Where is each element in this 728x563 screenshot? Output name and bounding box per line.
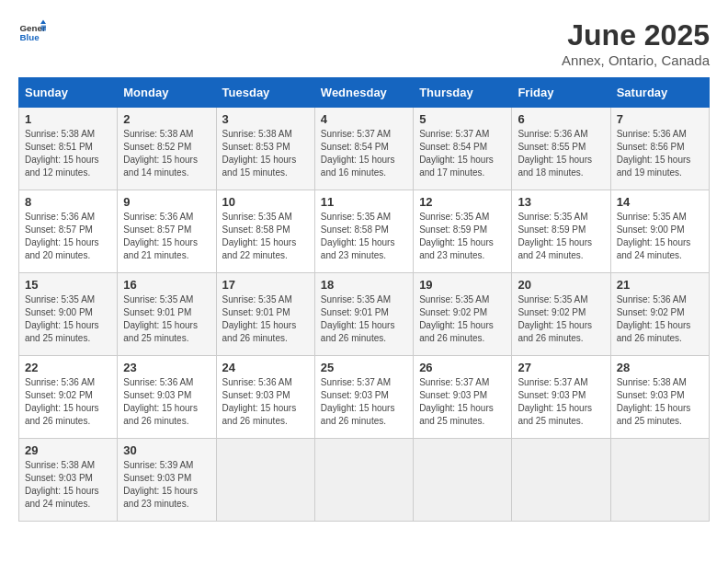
cell-info: Sunrise: 5:35 AMSunset: 9:01 PMDaylight:… xyxy=(321,293,407,345)
cell-info: Sunrise: 5:36 AMSunset: 8:56 PMDaylight:… xyxy=(617,128,703,179)
cell-info: Sunrise: 5:35 AMSunset: 9:02 PMDaylight:… xyxy=(518,293,604,345)
day-number: 14 xyxy=(617,195,703,209)
cell-5-7 xyxy=(610,439,709,522)
cell-2-4: 11 Sunrise: 5:35 AMSunset: 8:58 PMDaylig… xyxy=(314,190,413,273)
day-number: 19 xyxy=(419,278,506,292)
cell-info: Sunrise: 5:38 AMSunset: 8:52 PMDaylight:… xyxy=(123,128,210,179)
day-number: 26 xyxy=(419,361,506,374)
cell-info: Sunrise: 5:37 AMSunset: 9:03 PMDaylight:… xyxy=(321,376,407,428)
cell-3-4: 18 Sunrise: 5:35 AMSunset: 9:01 PMDaylig… xyxy=(314,273,413,356)
cell-2-2: 9 Sunrise: 5:36 AMSunset: 8:57 PMDayligh… xyxy=(118,190,216,273)
cell-3-2: 16 Sunrise: 5:35 AMSunset: 9:01 PMDaylig… xyxy=(118,273,216,356)
cell-1-6: 6 Sunrise: 5:36 AMSunset: 8:55 PMDayligh… xyxy=(512,108,610,190)
cell-5-3 xyxy=(216,439,314,522)
title-block: June 2025 Annex, Ontario, Canada xyxy=(562,18,710,68)
day-number: 1 xyxy=(25,112,111,126)
header-tuesday: Tuesday xyxy=(216,78,314,108)
day-number: 9 xyxy=(123,195,210,209)
header-saturday: Saturday xyxy=(610,78,709,108)
day-number: 7 xyxy=(617,112,703,126)
cell-2-7: 14 Sunrise: 5:35 AMSunset: 9:00 PMDaylig… xyxy=(610,190,709,273)
cell-info: Sunrise: 5:39 AMSunset: 9:03 PMDaylight:… xyxy=(123,459,210,511)
day-number: 16 xyxy=(123,278,210,292)
day-number: 27 xyxy=(518,361,604,374)
day-number: 8 xyxy=(25,195,111,209)
day-number: 20 xyxy=(518,278,604,292)
cell-5-6 xyxy=(512,439,610,522)
cell-info: Sunrise: 5:35 AMSunset: 9:01 PMDaylight:… xyxy=(123,293,210,345)
day-number: 5 xyxy=(419,112,506,126)
day-number: 17 xyxy=(222,278,309,292)
cell-4-5: 26 Sunrise: 5:37 AMSunset: 9:03 PMDaylig… xyxy=(414,356,512,439)
cell-info: Sunrise: 5:37 AMSunset: 8:54 PMDaylight:… xyxy=(321,128,407,179)
cell-3-7: 21 Sunrise: 5:36 AMSunset: 9:02 PMDaylig… xyxy=(610,273,709,356)
cell-2-6: 13 Sunrise: 5:35 AMSunset: 8:59 PMDaylig… xyxy=(512,190,610,273)
day-number: 29 xyxy=(25,443,111,457)
cell-1-2: 2 Sunrise: 5:38 AMSunset: 8:52 PMDayligh… xyxy=(118,108,216,190)
logo: General Blue xyxy=(18,18,46,46)
day-number: 3 xyxy=(222,112,309,126)
svg-marker-3 xyxy=(41,26,46,31)
day-number: 30 xyxy=(123,443,210,457)
week-row-3: 15 Sunrise: 5:35 AMSunset: 9:00 PMDaylig… xyxy=(19,273,710,356)
cell-5-2: 30 Sunrise: 5:39 AMSunset: 9:03 PMDaylig… xyxy=(118,439,216,522)
week-row-4: 22 Sunrise: 5:36 AMSunset: 9:02 PMDaylig… xyxy=(19,356,710,439)
cell-2-1: 8 Sunrise: 5:36 AMSunset: 8:57 PMDayligh… xyxy=(19,190,118,273)
header-row: Sunday Monday Tuesday Wednesday Thursday… xyxy=(19,78,710,108)
day-number: 11 xyxy=(321,195,407,209)
cell-info: Sunrise: 5:37 AMSunset: 9:03 PMDaylight:… xyxy=(419,376,506,428)
day-number: 18 xyxy=(321,278,407,292)
cell-3-1: 15 Sunrise: 5:35 AMSunset: 9:00 PMDaylig… xyxy=(19,273,118,356)
cell-3-3: 17 Sunrise: 5:35 AMSunset: 9:01 PMDaylig… xyxy=(216,273,314,356)
cell-info: Sunrise: 5:36 AMSunset: 9:03 PMDaylight:… xyxy=(222,376,309,428)
cell-info: Sunrise: 5:35 AMSunset: 8:58 PMDaylight:… xyxy=(222,211,309,262)
cell-info: Sunrise: 5:35 AMSunset: 9:00 PMDaylight:… xyxy=(25,293,111,345)
header-wednesday: Wednesday xyxy=(314,78,413,108)
cell-info: Sunrise: 5:36 AMSunset: 9:03 PMDaylight:… xyxy=(123,376,210,428)
week-row-5: 29 Sunrise: 5:38 AMSunset: 9:03 PMDaylig… xyxy=(19,439,710,522)
cell-info: Sunrise: 5:36 AMSunset: 9:02 PMDaylight:… xyxy=(617,293,703,345)
day-number: 6 xyxy=(518,112,604,126)
cell-info: Sunrise: 5:36 AMSunset: 8:55 PMDaylight:… xyxy=(518,128,604,179)
cell-info: Sunrise: 5:37 AMSunset: 9:03 PMDaylight:… xyxy=(518,376,604,428)
logo-icon: General Blue xyxy=(18,18,46,46)
cell-5-1: 29 Sunrise: 5:38 AMSunset: 9:03 PMDaylig… xyxy=(19,439,118,522)
cell-1-5: 5 Sunrise: 5:37 AMSunset: 8:54 PMDayligh… xyxy=(414,108,512,190)
svg-text:Blue: Blue xyxy=(20,32,40,42)
cell-2-5: 12 Sunrise: 5:35 AMSunset: 8:59 PMDaylig… xyxy=(414,190,512,273)
day-number: 24 xyxy=(222,361,309,374)
cell-4-4: 25 Sunrise: 5:37 AMSunset: 9:03 PMDaylig… xyxy=(314,356,413,439)
cell-4-2: 23 Sunrise: 5:36 AMSunset: 9:03 PMDaylig… xyxy=(118,356,216,439)
cell-info: Sunrise: 5:36 AMSunset: 9:02 PMDaylight:… xyxy=(25,376,111,428)
cell-1-3: 3 Sunrise: 5:38 AMSunset: 8:53 PMDayligh… xyxy=(216,108,314,190)
cell-info: Sunrise: 5:35 AMSunset: 9:01 PMDaylight:… xyxy=(222,293,309,345)
cell-info: Sunrise: 5:38 AMSunset: 9:03 PMDaylight:… xyxy=(617,376,703,428)
day-number: 10 xyxy=(222,195,309,209)
cell-1-4: 4 Sunrise: 5:37 AMSunset: 8:54 PMDayligh… xyxy=(314,108,413,190)
svg-marker-2 xyxy=(40,20,46,25)
cell-info: Sunrise: 5:38 AMSunset: 8:53 PMDaylight:… xyxy=(222,128,309,179)
week-row-1: 1 Sunrise: 5:38 AMSunset: 8:51 PMDayligh… xyxy=(19,108,710,190)
calendar-table: Sunday Monday Tuesday Wednesday Thursday… xyxy=(18,77,710,522)
cell-info: Sunrise: 5:38 AMSunset: 9:03 PMDaylight:… xyxy=(25,459,111,511)
cell-3-6: 20 Sunrise: 5:35 AMSunset: 9:02 PMDaylig… xyxy=(512,273,610,356)
cell-1-1: 1 Sunrise: 5:38 AMSunset: 8:51 PMDayligh… xyxy=(19,108,118,190)
day-number: 22 xyxy=(25,361,111,374)
cell-4-3: 24 Sunrise: 5:36 AMSunset: 9:03 PMDaylig… xyxy=(216,356,314,439)
cell-info: Sunrise: 5:35 AMSunset: 8:59 PMDaylight:… xyxy=(419,211,506,262)
page-subtitle: Annex, Ontario, Canada xyxy=(562,52,710,68)
header-monday: Monday xyxy=(118,78,216,108)
cell-4-6: 27 Sunrise: 5:37 AMSunset: 9:03 PMDaylig… xyxy=(512,356,610,439)
cell-info: Sunrise: 5:36 AMSunset: 8:57 PMDaylight:… xyxy=(123,211,210,262)
cell-3-5: 19 Sunrise: 5:35 AMSunset: 9:02 PMDaylig… xyxy=(414,273,512,356)
day-number: 4 xyxy=(321,112,407,126)
day-number: 25 xyxy=(321,361,407,374)
page-header: General Blue June 2025 Annex, Ontario, C… xyxy=(18,18,710,68)
day-number: 15 xyxy=(25,278,111,292)
cell-4-1: 22 Sunrise: 5:36 AMSunset: 9:02 PMDaylig… xyxy=(19,356,118,439)
day-number: 21 xyxy=(617,278,703,292)
cell-info: Sunrise: 5:35 AMSunset: 9:02 PMDaylight:… xyxy=(419,293,506,345)
header-friday: Friday xyxy=(512,78,610,108)
cell-4-7: 28 Sunrise: 5:38 AMSunset: 9:03 PMDaylig… xyxy=(610,356,709,439)
cell-info: Sunrise: 5:35 AMSunset: 9:00 PMDaylight:… xyxy=(617,211,703,262)
